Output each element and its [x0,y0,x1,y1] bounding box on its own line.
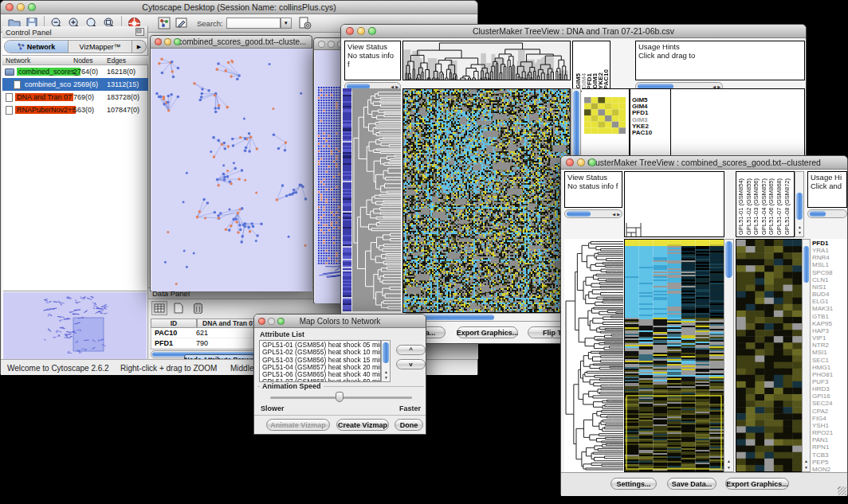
control-panel: Control Panel Network VizMapper™ ▶ Netwo… [2,26,148,359]
scroll-up-arrow[interactable]: ▲ [798,225,802,229]
attr-list-scrollbar[interactable]: ▲ ▼ [381,340,391,382]
treeview2-titlebar[interactable]: ClusterMaker TreeView : combined_scores_… [561,156,847,170]
tv2-column-dendrogram[interactable] [624,171,724,237]
close-button[interactable] [346,27,354,35]
minimize-button[interactable] [164,38,171,45]
done-button[interactable]: Done [395,419,423,431]
data-row-value: 621 [196,329,208,337]
tv1-column-dendrogram[interactable] [402,41,571,80]
status-welcome: Welcome to Cytoscape 2.6.2 [7,364,109,373]
table-mode-icon[interactable] [151,301,167,315]
tv2-status-scrollbar[interactable]: ◀▶ [564,209,622,218]
tv1-export-graphics-button[interactable]: Export Graphics... [457,326,518,338]
minimize-button[interactable] [17,3,25,11]
minimize-button[interactable] [268,318,275,325]
close-button[interactable] [258,318,265,325]
tv1-global-overview-strip[interactable] [343,88,351,311]
create-vizmap-button[interactable]: Create Vizmap [336,419,389,431]
document-icon [6,106,13,115]
tv1-heatmap-canvas[interactable] [402,88,571,313]
tv2-zoom-heatmap-canvas[interactable] [736,239,803,472]
scroll-down-arrow[interactable]: ▼ [727,465,731,470]
tv2-hints-scroll-thumb[interactable] [810,211,826,217]
tab-overflow-button[interactable]: ▶ [132,41,146,53]
tv1-mini-heatmap-canvas[interactable] [584,97,626,134]
tv1-row-dendrogram-canvas[interactable] [352,88,401,311]
tab-network[interactable]: Network [5,41,69,53]
tv1-hscrollbar[interactable] [402,313,571,322]
new-attribute-icon[interactable] [171,301,186,315]
tv2-collabel-scroll-thumb[interactable] [796,193,803,220]
main-titlebar[interactable]: Cytoscape Desktop (Session Name: collins… [1,1,477,14]
tv2-gene-scroll-thumb[interactable] [803,246,809,283]
tv2-status-scroll-thumb[interactable] [567,211,591,217]
minimize-button[interactable] [328,41,335,48]
tv2-heatmap-canvas[interactable] [624,239,724,472]
animation-speed-label: Animation Speed [260,382,324,390]
network-row[interactable]: combined_scores_2764(0)16218(0) [2,65,148,78]
birdseye-canvas[interactable] [3,292,147,360]
search-input[interactable] [226,18,281,29]
tv2-column-dendrogram-canvas[interactable] [625,172,724,236]
zoom-button[interactable] [368,27,376,35]
vizmap-icon[interactable] [155,16,173,30]
attr-scroll-thumb[interactable] [383,342,389,363]
scroll-up-arrow[interactable]: ▲ [804,459,808,463]
tab-vizmapper[interactable]: VizMapper™ [69,41,132,53]
network-row[interactable]: combined_sco2569(6)13112(15) [2,78,148,91]
scroll-up-arrow[interactable]: ▲ [384,369,388,374]
move-down-button[interactable]: v [396,359,426,369]
zoom-button[interactable] [174,38,181,45]
data-row-id: PAC10 [151,329,196,337]
scroll-right-arrow[interactable]: ▶ [617,212,620,217]
tv2-row-dendrogram-canvas[interactable] [564,239,623,472]
network-row[interactable]: DNA and Tran 07769(0)183728(0) [2,91,148,104]
tv2-vscrollbar[interactable]: ▲ ▼ [724,239,734,472]
tv2-vscroll-thumb[interactable] [725,241,732,278]
tv2-row-dendrogram[interactable] [564,239,623,472]
network-window-titlebar[interactable]: combined_scores_good.txt--cluste... [151,36,312,49]
close-button[interactable] [6,3,14,11]
animation-speed-group: Animation Speed Slower Faster [257,386,424,413]
annotation-icon[interactable] [173,16,190,30]
data-col-id[interactable]: ID [151,318,197,328]
scroll-up-arrow[interactable]: ▲ [727,459,731,463]
network-row[interactable]: RNAPuberNov2+!563(0)107847(0) [2,104,148,116]
tv1-gene-label: PAC10 [632,130,670,136]
scroll-down-arrow[interactable]: ▼ [798,230,802,235]
tv2-save-data-button[interactable]: Save Data... [667,478,716,490]
zoom-button[interactable] [28,3,36,11]
attribute-list[interactable]: GPL51-01 (GSM854) heat shock 05 minGPL51… [259,340,381,382]
scroll-down-arrow[interactable]: ▼ [384,375,388,380]
tv2-view-status-title: View Status [567,173,619,182]
close-button[interactable] [155,38,162,45]
tv2-collabel-scrollbar[interactable]: ▲ ▼ [795,171,804,237]
tv1-column-dendrogram-canvas[interactable] [403,41,570,80]
zoom-button[interactable] [277,318,285,325]
resize-grip[interactable] [838,486,846,495]
tv2-gene-scrollbar[interactable]: ▲ ▼ [802,239,811,472]
tv2-gene-label: CLN1 [812,276,847,283]
scroll-left-arrow[interactable]: ◀ [612,212,615,217]
speed-slider-thumb[interactable] [336,392,344,402]
tv2-hints-scrollbar[interactable] [807,209,847,218]
treeview1-titlebar[interactable]: ClusterMaker TreeView : DNA and Tran 07-… [341,25,806,38]
plugin-manager-icon[interactable] [296,16,314,30]
scroll-down-arrow[interactable]: ▼ [804,465,808,470]
search-combo-button[interactable]: ▼ [281,18,292,29]
network-canvas[interactable] [151,49,312,291]
map-dialog-titlebar[interactable]: Map Colors to Network [254,315,426,328]
move-up-button[interactable]: ^ [396,345,426,355]
zoom-button[interactable] [588,158,596,166]
minimize-button[interactable] [577,158,585,166]
minimize-button[interactable] [357,27,365,35]
float-panel-icon[interactable] [135,25,144,39]
tv2-export-graphics-button[interactable]: Export Graphics... [725,478,789,490]
tv1-usage-hints-text: Click and drag to [638,51,802,60]
birdseye-view[interactable] [3,291,147,359]
close-button[interactable] [318,41,325,48]
close-button[interactable] [566,158,574,166]
tv2-gene-label: SEC1 [812,357,847,364]
tv2-settings-button[interactable]: Settings... [610,478,657,490]
delete-attribute-icon[interactable] [190,301,206,315]
